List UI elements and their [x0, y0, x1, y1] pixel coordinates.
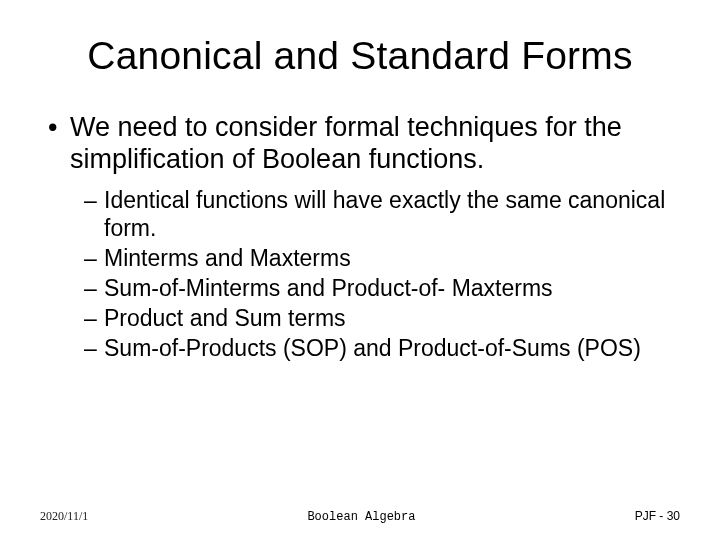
- footer-subject: Boolean Algebra: [88, 510, 634, 524]
- footer-page: PJF - 30: [635, 509, 680, 523]
- bullet-sub: Minterms and Maxterms: [84, 244, 680, 272]
- footer: 2020/11/1 Boolean Algebra PJF - 30: [0, 509, 720, 524]
- bullet-sub: Sum-of-Minterms and Product-of- Maxterms: [84, 274, 680, 302]
- bullet-sub: Product and Sum terms: [84, 304, 680, 332]
- sub-bullet-group: Identical functions will have exactly th…: [40, 186, 680, 362]
- slide: Canonical and Standard Forms We need to …: [0, 0, 720, 540]
- bullet-sub: Sum-of-Products (SOP) and Product-of-Sum…: [84, 334, 680, 362]
- bullet-sub: Identical functions will have exactly th…: [84, 186, 680, 242]
- bullet-main: We need to consider formal techniques fo…: [46, 112, 680, 176]
- footer-date: 2020/11/1: [40, 509, 88, 524]
- slide-title: Canonical and Standard Forms: [40, 34, 680, 78]
